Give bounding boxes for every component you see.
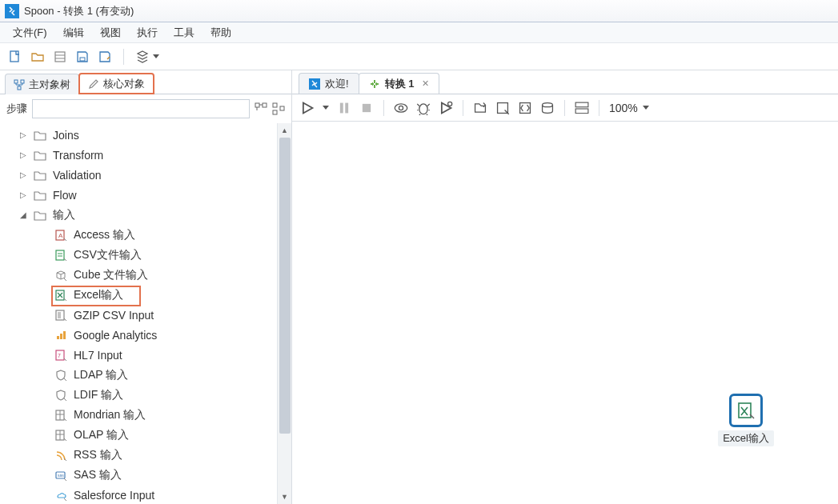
tree-item-excel[interactable]: Excel输入 [0,285,291,305]
tree-item-csv[interactable]: CSV文件输入 [0,245,291,265]
menu-run[interactable]: 执行 [130,23,164,42]
sidebar-scrollbar[interactable]: ▲ ▼ [277,123,291,504]
step-icon [54,389,67,402]
menu-tools[interactable]: 工具 [167,23,201,42]
svg-rect-36 [363,103,371,111]
step-label: Excel输入 [74,288,123,302]
pause-icon[interactable] [337,101,351,115]
svg-rect-44 [575,102,588,107]
sidebar: 主对象树 核心对象 步骤 ▷ Joins ▷ [0,70,292,504]
svg-point-40 [448,102,452,106]
svg-rect-45 [575,109,588,114]
folder-label: Transform [53,149,103,162]
svg-rect-8 [255,103,259,107]
tree-item-hl7[interactable]: 7HL7 Input [0,345,291,365]
svg-rect-9 [263,103,267,107]
svg-rect-1 [55,52,65,62]
save-icon[interactable] [75,50,90,64]
svg-rect-6 [21,80,24,83]
scroll-down-icon[interactable]: ▼ [278,490,291,504]
explore-db-icon[interactable] [540,101,555,115]
svg-rect-15 [56,250,64,260]
svg-rect-7 [18,86,21,90]
new-file-icon[interactable] [8,50,22,64]
tree-item-access[interactable]: AAccess 输入 [0,225,291,245]
filter-input[interactable] [32,99,250,118]
menu-file[interactable]: 文件(F) [6,23,54,42]
tree-folder-transform[interactable]: ▷ Transform [0,145,291,165]
step-label: OLAP 输入 [74,428,129,442]
toolbar-separator [123,49,124,65]
tree-item-cube[interactable]: Cube 文件输入 [0,265,291,285]
step-icon [54,429,67,442]
tree-item-mondrian[interactable]: Mondrian 输入 [0,405,291,425]
tree-item-ldif[interactable]: LDIF 输入 [0,385,291,405]
tab-main-tree-label: 主对象树 [29,78,70,92]
tree-item-salesforce[interactable]: Salesforce Input [0,485,291,504]
collapse-icon[interactable]: ◢ [19,210,27,219]
tab-welcome[interactable]: 欢迎! [299,73,359,94]
tree-folder-flow[interactable]: ▷ Flow [0,185,291,205]
tree-folder-input[interactable]: ◢ 输入 [0,205,291,225]
collapse-all-icon[interactable] [272,102,285,115]
menu-help[interactable]: 帮助 [204,23,238,42]
run-caret-icon[interactable] [323,106,329,110]
tab-main-tree[interactable]: 主对象树 [5,74,79,94]
step-label: LDAP 输入 [74,368,128,382]
verify-icon[interactable] [473,101,487,115]
folder-icon [34,210,46,221]
show-results-icon[interactable] [575,101,589,115]
tree-item-sas[interactable]: sasSAS 输入 [0,465,291,485]
expand-icon[interactable]: ▷ [19,150,27,159]
tree-item-rss[interactable]: RSS 输入 [0,445,291,465]
preview-icon[interactable] [394,101,408,115]
replay-icon[interactable] [439,101,453,115]
impact-icon[interactable] [495,101,510,115]
explore-icon[interactable] [53,50,67,64]
zoom-control[interactable]: 100% [609,102,649,114]
menu-view[interactable]: 视图 [94,23,127,42]
expand-all-icon[interactable] [255,102,267,115]
save-as-icon[interactable] [98,50,112,64]
tree-folder-joins[interactable]: ▷ Joins [0,125,291,145]
tab-transformation-label: 转换 1 [385,77,415,91]
canvas-step-excel[interactable]: Excel输入 [718,394,774,446]
tree-item-ldap[interactable]: LDAP 输入 [0,365,291,385]
step-icon: sas [54,469,67,482]
perspective-dropdown[interactable] [135,50,159,64]
tab-core-objects[interactable]: 核心对象 [78,73,154,94]
menubar: 文件(F) 编辑 视图 执行 工具 帮助 [0,22,838,43]
folder-icon [34,130,46,141]
svg-rect-11 [273,110,277,114]
step-icon [54,249,67,262]
tree-item-olap[interactable]: OLAP 输入 [0,425,291,445]
filter-row: 步骤 [0,94,291,123]
run-icon[interactable] [300,101,315,115]
folder-icon [34,150,46,161]
tree-folder-validation[interactable]: ▷ Validation [0,165,291,185]
menu-edit[interactable]: 编辑 [57,23,90,42]
tab-transformation[interactable]: 转换 1 ✕ [359,73,440,94]
stop-icon[interactable] [359,101,374,115]
expand-icon[interactable]: ▷ [19,190,27,199]
scroll-thumb[interactable] [279,138,291,434]
open-file-icon[interactable] [30,50,45,64]
sql-icon[interactable] [518,101,532,115]
expand-icon[interactable]: ▷ [19,170,27,179]
step-tree: ▷ Joins ▷ Transform ▷ Validation ▷ [0,123,291,504]
svg-point-43 [543,102,553,106]
transformation-icon [369,78,380,90]
step-label: Google Analytics [74,329,157,342]
tree-item-gzip[interactable]: GZIP CSV Input [0,305,291,325]
tab-core-objects-label: 核心对象 [103,77,145,91]
sidebar-tabs: 主对象树 核心对象 [0,70,291,94]
tree-item-ga[interactable]: Google Analytics [0,325,291,345]
folder-label: Joins [53,129,79,142]
scroll-up-icon[interactable]: ▲ [278,123,291,138]
caret-down-icon [153,54,159,58]
close-icon[interactable]: ✕ [422,78,429,89]
debug-icon[interactable] [416,101,431,115]
expand-icon[interactable]: ▷ [19,130,27,139]
svg-text:sas: sas [58,473,64,478]
canvas[interactable]: Excel输入 [292,122,838,504]
